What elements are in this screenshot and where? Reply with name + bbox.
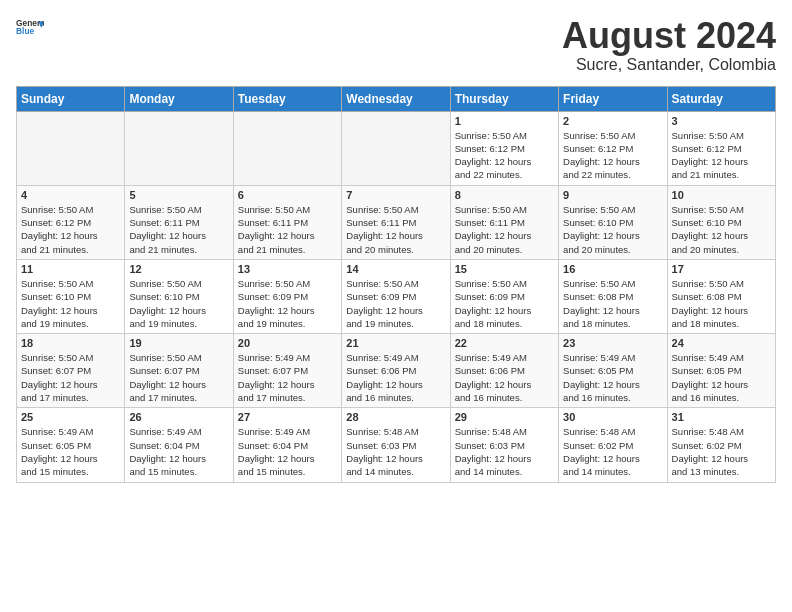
weekday-header-row: SundayMondayTuesdayWednesdayThursdayFrid… [17, 86, 776, 111]
day-info: Sunrise: 5:49 AM Sunset: 6:07 PM Dayligh… [238, 351, 337, 404]
day-number: 2 [563, 115, 662, 127]
day-info: Sunrise: 5:49 AM Sunset: 6:06 PM Dayligh… [346, 351, 445, 404]
week-row-1: 1Sunrise: 5:50 AM Sunset: 6:12 PM Daylig… [17, 111, 776, 185]
day-info: Sunrise: 5:49 AM Sunset: 6:04 PM Dayligh… [238, 425, 337, 478]
day-info: Sunrise: 5:49 AM Sunset: 6:05 PM Dayligh… [563, 351, 662, 404]
day-info: Sunrise: 5:49 AM Sunset: 6:05 PM Dayligh… [672, 351, 771, 404]
calendar-cell: 27Sunrise: 5:49 AM Sunset: 6:04 PM Dayli… [233, 408, 341, 482]
day-number: 20 [238, 337, 337, 349]
day-info: Sunrise: 5:48 AM Sunset: 6:02 PM Dayligh… [672, 425, 771, 478]
calendar-cell: 2Sunrise: 5:50 AM Sunset: 6:12 PM Daylig… [559, 111, 667, 185]
day-info: Sunrise: 5:50 AM Sunset: 6:10 PM Dayligh… [21, 277, 120, 330]
svg-text:Blue: Blue [16, 26, 34, 36]
day-number: 28 [346, 411, 445, 423]
day-number: 21 [346, 337, 445, 349]
day-number: 25 [21, 411, 120, 423]
day-number: 19 [129, 337, 228, 349]
day-info: Sunrise: 5:50 AM Sunset: 6:10 PM Dayligh… [129, 277, 228, 330]
day-info: Sunrise: 5:49 AM Sunset: 6:05 PM Dayligh… [21, 425, 120, 478]
calendar-cell: 9Sunrise: 5:50 AM Sunset: 6:10 PM Daylig… [559, 185, 667, 259]
day-info: Sunrise: 5:50 AM Sunset: 6:11 PM Dayligh… [129, 203, 228, 256]
day-number: 17 [672, 263, 771, 275]
day-info: Sunrise: 5:48 AM Sunset: 6:02 PM Dayligh… [563, 425, 662, 478]
day-info: Sunrise: 5:50 AM Sunset: 6:07 PM Dayligh… [129, 351, 228, 404]
day-number: 27 [238, 411, 337, 423]
day-number: 31 [672, 411, 771, 423]
day-info: Sunrise: 5:50 AM Sunset: 6:11 PM Dayligh… [346, 203, 445, 256]
day-number: 11 [21, 263, 120, 275]
calendar-cell: 12Sunrise: 5:50 AM Sunset: 6:10 PM Dayli… [125, 259, 233, 333]
weekday-header-monday: Monday [125, 86, 233, 111]
day-info: Sunrise: 5:50 AM Sunset: 6:11 PM Dayligh… [238, 203, 337, 256]
day-info: Sunrise: 5:49 AM Sunset: 6:06 PM Dayligh… [455, 351, 554, 404]
day-number: 23 [563, 337, 662, 349]
day-number: 24 [672, 337, 771, 349]
weekday-header-friday: Friday [559, 86, 667, 111]
day-number: 1 [455, 115, 554, 127]
calendar-cell: 15Sunrise: 5:50 AM Sunset: 6:09 PM Dayli… [450, 259, 558, 333]
page-header: General Blue August 2024 Sucre, Santande… [16, 16, 776, 74]
day-number: 4 [21, 189, 120, 201]
calendar-cell: 8Sunrise: 5:50 AM Sunset: 6:11 PM Daylig… [450, 185, 558, 259]
day-info: Sunrise: 5:50 AM Sunset: 6:08 PM Dayligh… [672, 277, 771, 330]
day-info: Sunrise: 5:50 AM Sunset: 6:12 PM Dayligh… [455, 129, 554, 182]
day-info: Sunrise: 5:50 AM Sunset: 6:11 PM Dayligh… [455, 203, 554, 256]
calendar-table: SundayMondayTuesdayWednesdayThursdayFrid… [16, 86, 776, 483]
day-info: Sunrise: 5:50 AM Sunset: 6:09 PM Dayligh… [346, 277, 445, 330]
day-info: Sunrise: 5:50 AM Sunset: 6:10 PM Dayligh… [672, 203, 771, 256]
calendar-cell [342, 111, 450, 185]
day-number: 8 [455, 189, 554, 201]
calendar-cell: 13Sunrise: 5:50 AM Sunset: 6:09 PM Dayli… [233, 259, 341, 333]
week-row-5: 25Sunrise: 5:49 AM Sunset: 6:05 PM Dayli… [17, 408, 776, 482]
day-number: 12 [129, 263, 228, 275]
day-number: 16 [563, 263, 662, 275]
calendar-cell [125, 111, 233, 185]
day-info: Sunrise: 5:50 AM Sunset: 6:12 PM Dayligh… [21, 203, 120, 256]
day-number: 3 [672, 115, 771, 127]
calendar-cell [17, 111, 125, 185]
calendar-cell [233, 111, 341, 185]
weekday-header-wednesday: Wednesday [342, 86, 450, 111]
calendar-cell: 26Sunrise: 5:49 AM Sunset: 6:04 PM Dayli… [125, 408, 233, 482]
calendar-cell: 28Sunrise: 5:48 AM Sunset: 6:03 PM Dayli… [342, 408, 450, 482]
day-number: 10 [672, 189, 771, 201]
calendar-cell: 17Sunrise: 5:50 AM Sunset: 6:08 PM Dayli… [667, 259, 775, 333]
calendar-cell: 16Sunrise: 5:50 AM Sunset: 6:08 PM Dayli… [559, 259, 667, 333]
day-number: 29 [455, 411, 554, 423]
calendar-cell: 30Sunrise: 5:48 AM Sunset: 6:02 PM Dayli… [559, 408, 667, 482]
calendar-cell: 10Sunrise: 5:50 AM Sunset: 6:10 PM Dayli… [667, 185, 775, 259]
calendar-cell: 22Sunrise: 5:49 AM Sunset: 6:06 PM Dayli… [450, 334, 558, 408]
day-number: 22 [455, 337, 554, 349]
day-number: 14 [346, 263, 445, 275]
calendar-cell: 1Sunrise: 5:50 AM Sunset: 6:12 PM Daylig… [450, 111, 558, 185]
day-number: 26 [129, 411, 228, 423]
week-row-4: 18Sunrise: 5:50 AM Sunset: 6:07 PM Dayli… [17, 334, 776, 408]
month-year: August 2024 [562, 16, 776, 56]
day-number: 6 [238, 189, 337, 201]
day-number: 7 [346, 189, 445, 201]
day-number: 5 [129, 189, 228, 201]
weekday-header-saturday: Saturday [667, 86, 775, 111]
day-info: Sunrise: 5:50 AM Sunset: 6:09 PM Dayligh… [455, 277, 554, 330]
calendar-body: 1Sunrise: 5:50 AM Sunset: 6:12 PM Daylig… [17, 111, 776, 482]
weekday-header-thursday: Thursday [450, 86, 558, 111]
calendar-cell: 29Sunrise: 5:48 AM Sunset: 6:03 PM Dayli… [450, 408, 558, 482]
logo: General Blue [16, 16, 44, 38]
location: Sucre, Santander, Colombia [562, 56, 776, 74]
calendar-cell: 31Sunrise: 5:48 AM Sunset: 6:02 PM Dayli… [667, 408, 775, 482]
calendar-cell: 6Sunrise: 5:50 AM Sunset: 6:11 PM Daylig… [233, 185, 341, 259]
calendar-cell: 20Sunrise: 5:49 AM Sunset: 6:07 PM Dayli… [233, 334, 341, 408]
calendar-cell: 3Sunrise: 5:50 AM Sunset: 6:12 PM Daylig… [667, 111, 775, 185]
calendar-cell: 11Sunrise: 5:50 AM Sunset: 6:10 PM Dayli… [17, 259, 125, 333]
day-number: 18 [21, 337, 120, 349]
day-number: 13 [238, 263, 337, 275]
week-row-3: 11Sunrise: 5:50 AM Sunset: 6:10 PM Dayli… [17, 259, 776, 333]
title-block: August 2024 Sucre, Santander, Colombia [562, 16, 776, 74]
week-row-2: 4Sunrise: 5:50 AM Sunset: 6:12 PM Daylig… [17, 185, 776, 259]
calendar-cell: 18Sunrise: 5:50 AM Sunset: 6:07 PM Dayli… [17, 334, 125, 408]
day-info: Sunrise: 5:48 AM Sunset: 6:03 PM Dayligh… [455, 425, 554, 478]
calendar-cell: 4Sunrise: 5:50 AM Sunset: 6:12 PM Daylig… [17, 185, 125, 259]
day-info: Sunrise: 5:50 AM Sunset: 6:12 PM Dayligh… [563, 129, 662, 182]
day-number: 15 [455, 263, 554, 275]
calendar-cell: 19Sunrise: 5:50 AM Sunset: 6:07 PM Dayli… [125, 334, 233, 408]
